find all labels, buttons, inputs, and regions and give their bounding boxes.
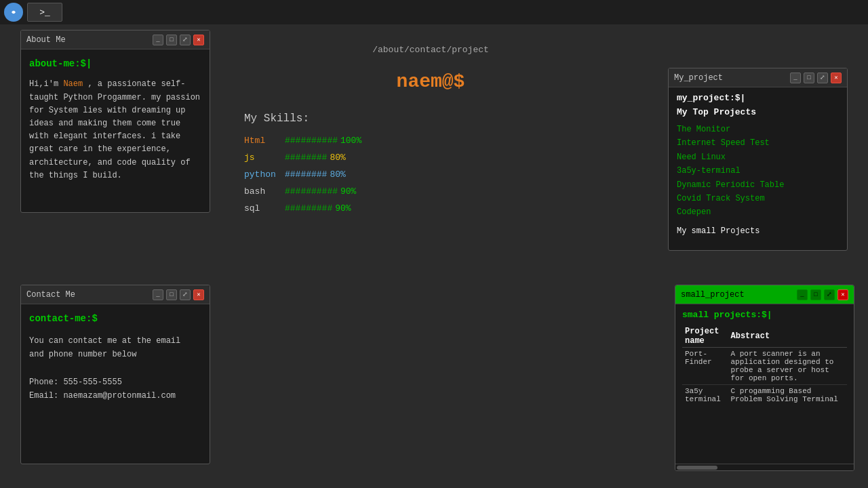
contact-title: Contact Me [26,290,153,300]
app-icon[interactable] [4,3,23,22]
contact-close-button[interactable]: ✕ [193,289,204,300]
nav-links: /about/contact/project [372,45,489,55]
small-project-name-2: 3a5y terminal [682,385,728,406]
logo: naem@$ [397,71,465,92]
myproject-window-controls: _ □ ⤢ ✕ [790,73,842,83]
myproject-prompt: my_project:$| [677,93,839,103]
contact-minimize-button[interactable]: _ [153,289,163,300]
project-link-linux[interactable]: Need Linux [677,150,839,164]
contact-window: Contact Me _ □ ⤢ ✕ contact-me:$ You can … [20,285,210,464]
about-content-area: about-me:$| Hi,i'm Naem , a passionate s… [21,49,210,212]
skill-bash-bar: ########## [285,186,338,197]
h-scroll-thumb [677,466,717,470]
skill-bash-pct: 90% [340,186,356,197]
skill-js-pct: 80% [330,152,345,163]
skill-html-pct: 100% [340,136,361,146]
skill-python-name: python [244,169,285,180]
smallproject-window-controls: _ □ ⤢ ✕ [797,289,848,300]
skill-python-bar: ######## [285,169,327,180]
skills-title: My Skills: [244,113,309,125]
myproject-heading: My Top Projects [677,107,839,117]
myproject-window: My_project _ □ ⤢ ✕ my_project:$| My Top … [668,68,848,251]
project-link-periodic[interactable]: Dynamic Periodic Table [677,178,839,192]
contact-restore-button[interactable]: □ [166,289,177,300]
smallproject-restore-button[interactable]: □ [810,289,821,300]
skill-js: js ######## 80% [244,152,346,163]
smallproject-fullscreen-button[interactable]: ⤢ [824,289,835,300]
myproject-minimize-button[interactable]: _ [790,73,801,83]
skill-bash: bash ########## 90% [244,186,356,197]
project-link-codepen[interactable]: Codepen [677,205,839,219]
myproject-content-area: my_project:$| My Top Projects The Monito… [669,87,847,250]
skill-python-pct: 80% [330,169,345,180]
table-row: Port-Finder A port scanner is an applica… [682,348,847,385]
smallproject-content-area: small projects:$| Project name Abstract … [675,304,854,464]
about-prompt: about-me:$| [29,56,201,71]
contact-fullscreen-button[interactable]: ⤢ [180,289,191,300]
project-link-monitor[interactable]: The Monitor [677,123,839,136]
terminal-taskbar-button[interactable]: >_ [27,3,62,22]
smallproject-title: small_project [681,290,797,300]
about-fullscreen-button[interactable]: ⤢ [180,35,191,45]
contact-titlebar: Contact Me _ □ ⤢ ✕ [21,285,210,304]
about-name: Naem [63,79,83,89]
about-intro: Hi,i'm [29,79,63,89]
col-project-name: Project name [682,325,728,348]
terminal-icon: >_ [39,7,50,18]
myproject-close-button[interactable]: ✕ [831,73,842,83]
project-link-speed[interactable]: Internet Speed Test [677,136,839,150]
smallproject-prompt: small projects:$| [682,310,847,320]
small-project-abstract-1: A port scanner is an application designe… [728,348,847,385]
small-projects-table: Project name Abstract Port-Finder A port… [682,325,847,405]
smallproject-close-button[interactable]: ✕ [837,289,848,300]
contact-line1: You can contact me at the email [29,336,180,346]
project-text: my_project:$| My Top Projects The Monito… [669,87,847,241]
contact-line2: and phone number below [29,350,136,359]
smallproject-titlebar: small_project _ □ ⤢ ✕ [675,285,854,304]
skill-sql-name: sql [244,203,285,214]
smallproject-window: small_project _ □ ⤢ ✕ small projects:$| … [675,285,854,471]
small-project-text: small projects:$| Project name Abstract … [675,304,854,411]
contact-email-label: Email: [29,391,58,401]
about-text: about-me:$| Hi,i'm Naem , a passionate s… [21,49,210,189]
skill-bash-name: bash [244,186,285,197]
project-link-covid[interactable]: Covid Track System [677,192,839,205]
myproject-titlebar: My_project _ □ ⤢ ✕ [669,68,847,87]
contact-phone-label: Phone: [29,378,58,387]
about-intro-rest: , a passionate self-taught Python Progam… [29,79,200,180]
logo-text: naem [397,71,442,92]
small-project-abstract-2: C progamming Based Problem Solving Termi… [728,385,847,406]
col-abstract: Abstract [728,325,847,348]
contact-content-area: contact-me:$ You can contact me at the e… [21,304,210,464]
smallproject-minimize-button[interactable]: _ [797,289,808,300]
contact-text: contact-me:$ You can contact me at the e… [21,304,210,410]
about-restore-button[interactable]: □ [166,35,177,45]
taskbar: >_ [0,0,868,24]
about-minimize-button[interactable]: _ [153,35,163,45]
skill-html-name: Html [244,136,285,146]
small-project-heading: My small Projects [677,226,839,236]
myproject-title: My_project [674,73,790,83]
main-area: /about/contact/project naem@$ My Skills:… [224,24,637,488]
skill-sql-pct: 90% [335,203,351,214]
about-title: About Me [26,35,153,45]
myproject-fullscreen-button[interactable]: ⤢ [817,73,828,83]
skill-js-bar: ######## [285,152,327,163]
small-project-name-1: Port-Finder [682,348,728,385]
contact-prompt: contact-me:$ [29,311,201,327]
about-me-window: About Me _ □ ⤢ ✕ about-me:$| Hi,i'm Naem… [20,30,210,213]
table-row: 3a5y terminal C progamming Based Problem… [682,385,847,406]
contact-phone: 555-555-5555 [63,378,121,387]
horizontal-scrollbar[interactable] [675,464,854,470]
project-link-terminal[interactable]: 3a5y-terminal [677,164,839,178]
logo-at: @$ [442,71,465,92]
skill-sql-bar: ######### [285,203,332,214]
contact-email: naemazam@protonmail.com [63,391,176,401]
myproject-restore-button[interactable]: □ [804,73,814,83]
about-close-button[interactable]: ✕ [193,35,204,45]
skill-html-bar: ########## [285,136,338,146]
skill-python: python ######## 80% [244,169,346,180]
about-titlebar: About Me _ □ ⤢ ✕ [21,30,210,49]
contact-window-controls: _ □ ⤢ ✕ [153,289,204,300]
skill-html: Html ########## 100% [244,136,361,146]
